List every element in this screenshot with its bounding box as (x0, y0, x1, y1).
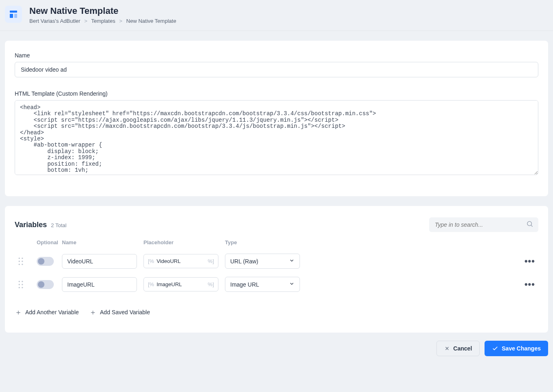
check-icon (492, 345, 498, 352)
variables-card: Variables 2 Total Optional Name Placehol… (5, 206, 548, 333)
drag-handle-icon[interactable] (18, 280, 37, 289)
chevron-down-icon (289, 258, 295, 265)
svg-point-9 (19, 263, 20, 265)
footer-actions: Cancel Save Changes (0, 333, 553, 364)
html-label: HTML Template (Custom Rendering) (15, 90, 538, 97)
add-another-variable-button[interactable]: ＋ Add Another Variable (15, 307, 79, 317)
name-input[interactable] (15, 62, 538, 77)
svg-point-5 (19, 257, 20, 259)
html-template-textarea[interactable] (15, 100, 538, 175)
svg-rect-2 (14, 14, 17, 18)
variable-row: [% ImageURL %] Image URL ••• (15, 273, 538, 296)
name-label: Name (15, 52, 538, 59)
breadcrumb-root[interactable]: Bert Varias's AdButler (29, 18, 80, 24)
search-icon (526, 220, 533, 229)
row-more-button[interactable]: ••• (519, 280, 535, 289)
breadcrumb: Bert Varias's AdButler > Templates > New… (29, 18, 176, 24)
template-icon (5, 6, 22, 23)
form-card: Name HTML Template (Custom Rendering) (5, 41, 548, 196)
col-type: Type (225, 239, 306, 245)
cancel-button[interactable]: Cancel (436, 341, 480, 356)
search-input[interactable] (429, 217, 538, 232)
col-name: Name (62, 239, 143, 245)
breadcrumb-templates[interactable]: Templates (91, 18, 115, 24)
col-optional: Optional (37, 239, 62, 245)
variables-search (429, 217, 538, 232)
svg-point-11 (19, 280, 20, 282)
variables-title: Variables (15, 221, 47, 229)
column-headers: Optional Name Placeholder Type (15, 239, 538, 250)
col-placeholder: Placeholder (143, 239, 225, 245)
variable-type-select[interactable]: Image URL (225, 277, 300, 292)
svg-point-16 (22, 287, 23, 288)
variable-type-select[interactable]: URL (Raw) (225, 254, 300, 269)
plus-icon: ＋ (89, 307, 97, 317)
breadcrumb-current: New Native Template (126, 18, 176, 24)
save-button[interactable]: Save Changes (485, 341, 548, 356)
variable-placeholder-input[interactable]: [% VideoURL %] (143, 254, 218, 268)
breadcrumb-sep: > (84, 18, 88, 24)
svg-point-12 (22, 280, 23, 282)
add-saved-variable-button[interactable]: ＋ Add Saved Variable (89, 307, 150, 317)
optional-toggle[interactable] (37, 280, 54, 289)
chevron-down-icon (289, 281, 295, 288)
svg-point-6 (22, 257, 23, 259)
variable-name-input[interactable] (62, 254, 137, 269)
drag-handle-icon[interactable] (18, 257, 37, 265)
variable-row: [% VideoURL %] URL (Raw) ••• (15, 250, 538, 273)
svg-point-13 (19, 284, 20, 285)
optional-toggle[interactable] (37, 257, 54, 266)
svg-point-15 (19, 287, 20, 288)
svg-rect-0 (10, 11, 17, 13)
svg-point-14 (22, 284, 23, 285)
page-header: New Native Template Bert Varias's AdButl… (0, 0, 553, 31)
close-icon (444, 346, 450, 351)
variable-placeholder-input[interactable]: [% ImageURL %] (143, 277, 218, 291)
variable-name-input[interactable] (62, 277, 137, 292)
breadcrumb-sep: > (119, 18, 123, 24)
svg-point-10 (22, 263, 23, 265)
plus-icon: ＋ (15, 307, 22, 317)
variables-count: 2 Total (51, 222, 66, 228)
svg-rect-1 (10, 14, 13, 18)
svg-point-8 (22, 261, 23, 262)
row-more-button[interactable]: ••• (519, 257, 535, 266)
svg-point-7 (19, 261, 20, 262)
svg-line-4 (531, 225, 532, 226)
svg-point-3 (527, 221, 532, 226)
page-title: New Native Template (29, 6, 176, 16)
